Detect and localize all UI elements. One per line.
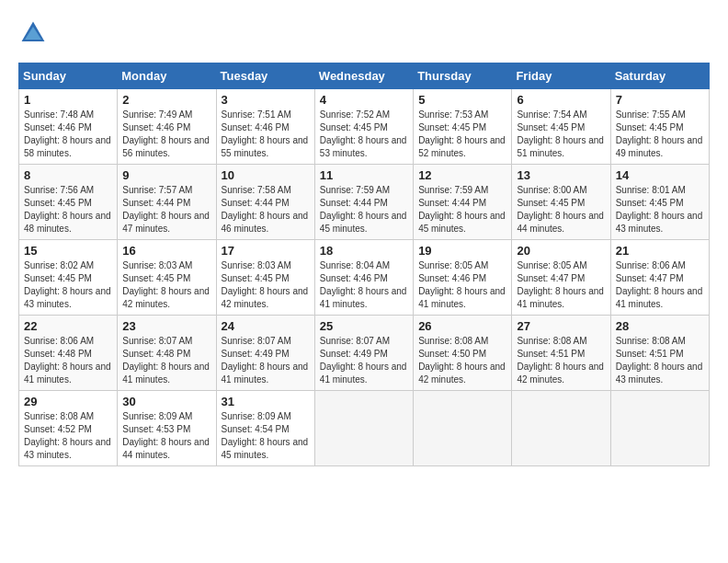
daylight-text: Daylight: 8 hours and 42 minutes. [222,285,310,311]
sunrise-text: Sunrise: 8:01 AM [616,184,704,197]
calendar-day-cell [610,391,709,466]
header-thursday: Thursday [414,63,512,89]
sunrise-text: Sunrise: 8:05 AM [418,259,506,272]
daylight-text: Daylight: 8 hours and 44 minutes. [122,436,210,462]
day-info: Sunrise: 8:09 AMSunset: 4:53 PMDaylight:… [122,410,210,462]
calendar-day-cell: 22Sunrise: 8:06 AMSunset: 4:48 PMDayligh… [19,316,118,391]
daylight-text: Daylight: 8 hours and 48 minutes. [24,210,112,236]
sunrise-text: Sunrise: 7:48 AM [24,109,112,121]
calendar-table: SundayMondayTuesdayWednesdayThursdayFrid… [18,63,710,466]
header-wednesday: Wednesday [314,63,413,89]
sunset-text: Sunset: 4:46 PM [24,121,112,134]
calendar-day-cell: 23Sunrise: 8:07 AMSunset: 4:48 PMDayligh… [118,316,216,391]
day-number: 19 [418,244,506,258]
calendar-header-row: SundayMondayTuesdayWednesdayThursdayFrid… [19,63,710,89]
daylight-text: Daylight: 8 hours and 43 minutes. [616,210,704,236]
daylight-text: Daylight: 8 hours and 45 minutes. [418,210,506,236]
day-number: 7 [616,93,704,107]
logo-icon [18,18,48,48]
sunset-text: Sunset: 4:46 PM [222,121,310,134]
sunset-text: Sunset: 4:48 PM [24,348,112,361]
sunrise-text: Sunrise: 8:08 AM [616,335,704,348]
day-number: 12 [418,168,506,182]
sunset-text: Sunset: 4:46 PM [320,272,408,285]
day-number: 6 [517,93,605,107]
calendar-day-cell: 7Sunrise: 7:55 AMSunset: 4:45 PMDaylight… [610,89,709,165]
daylight-text: Daylight: 8 hours and 41 minutes. [122,361,210,386]
calendar-day-cell: 10Sunrise: 7:58 AMSunset: 4:44 PMDayligh… [216,165,314,240]
sunrise-text: Sunrise: 7:52 AM [320,109,408,121]
daylight-text: Daylight: 8 hours and 53 minutes. [320,134,408,160]
sunrise-text: Sunrise: 8:03 AM [122,259,210,272]
sunset-text: Sunset: 4:52 PM [24,423,112,436]
sunrise-text: Sunrise: 8:07 AM [320,335,408,348]
calendar-day-cell: 9Sunrise: 7:57 AMSunset: 4:44 PMDaylight… [118,165,216,240]
day-number: 25 [320,319,408,333]
daylight-text: Daylight: 8 hours and 41 minutes. [616,285,704,311]
header-friday: Friday [512,63,610,89]
day-number: 2 [122,93,210,107]
day-number: 28 [616,319,704,333]
sunset-text: Sunset: 4:45 PM [24,197,112,210]
calendar-week-row: 22Sunrise: 8:06 AMSunset: 4:48 PMDayligh… [19,316,710,391]
daylight-text: Daylight: 8 hours and 41 minutes. [517,285,605,311]
day-info: Sunrise: 8:01 AMSunset: 4:45 PMDaylight:… [616,184,704,236]
daylight-text: Daylight: 8 hours and 46 minutes. [222,210,310,236]
sunset-text: Sunset: 4:45 PM [517,121,605,134]
day-info: Sunrise: 8:02 AMSunset: 4:45 PMDaylight:… [24,259,112,311]
sunrise-text: Sunrise: 7:57 AM [122,184,210,197]
day-number: 27 [517,319,605,333]
sunrise-text: Sunrise: 8:05 AM [517,259,605,272]
day-info: Sunrise: 7:52 AMSunset: 4:45 PMDaylight:… [320,109,408,160]
day-info: Sunrise: 8:09 AMSunset: 4:54 PMDaylight:… [222,410,310,462]
day-number: 13 [517,168,605,182]
calendar-week-row: 1Sunrise: 7:48 AMSunset: 4:46 PMDaylight… [19,89,710,165]
daylight-text: Daylight: 8 hours and 49 minutes. [616,134,704,160]
calendar-day-cell: 24Sunrise: 8:07 AMSunset: 4:49 PMDayligh… [216,316,314,391]
sunrise-text: Sunrise: 7:53 AM [418,109,506,121]
calendar-day-cell: 12Sunrise: 7:59 AMSunset: 4:44 PMDayligh… [414,165,512,240]
daylight-text: Daylight: 8 hours and 42 minutes. [122,285,210,311]
day-number: 14 [616,168,704,182]
sunrise-text: Sunrise: 8:08 AM [517,335,605,348]
day-number: 31 [222,395,310,408]
sunset-text: Sunset: 4:46 PM [122,121,210,134]
day-info: Sunrise: 7:55 AMSunset: 4:45 PMDaylight:… [616,109,704,160]
sunrise-text: Sunrise: 7:55 AM [616,109,704,121]
sunset-text: Sunset: 4:45 PM [122,272,210,285]
calendar-day-cell [414,391,512,466]
header-saturday: Saturday [610,63,709,89]
calendar-day-cell: 20Sunrise: 8:05 AMSunset: 4:47 PMDayligh… [512,240,610,316]
calendar-day-cell: 8Sunrise: 7:56 AMSunset: 4:45 PMDaylight… [19,165,118,240]
sunrise-text: Sunrise: 7:51 AM [222,109,310,121]
daylight-text: Daylight: 8 hours and 52 minutes. [418,134,506,160]
day-number: 5 [418,93,506,107]
sunrise-text: Sunrise: 8:08 AM [418,335,506,348]
day-number: 4 [320,93,408,107]
sunset-text: Sunset: 4:49 PM [222,348,310,361]
day-info: Sunrise: 8:03 AMSunset: 4:45 PMDaylight:… [122,259,210,311]
day-info: Sunrise: 7:59 AMSunset: 4:44 PMDaylight:… [320,184,408,236]
day-number: 21 [616,244,704,258]
day-number: 11 [320,168,408,182]
daylight-text: Daylight: 8 hours and 41 minutes. [320,285,408,311]
sunset-text: Sunset: 4:54 PM [222,423,310,436]
sunrise-text: Sunrise: 8:09 AM [122,410,210,423]
sunrise-text: Sunrise: 8:09 AM [222,410,310,423]
calendar-day-cell: 5Sunrise: 7:53 AMSunset: 4:45 PMDaylight… [414,89,512,165]
sunset-text: Sunset: 4:45 PM [616,197,704,210]
day-info: Sunrise: 8:08 AMSunset: 4:51 PMDaylight:… [517,335,605,386]
day-number: 23 [122,319,210,333]
daylight-text: Daylight: 8 hours and 41 minutes. [320,361,408,386]
day-info: Sunrise: 7:54 AMSunset: 4:45 PMDaylight:… [517,109,605,160]
sunset-text: Sunset: 4:46 PM [418,272,506,285]
day-number: 26 [418,319,506,333]
calendar-week-row: 15Sunrise: 8:02 AMSunset: 4:45 PMDayligh… [19,240,710,316]
day-number: 20 [517,244,605,258]
daylight-text: Daylight: 8 hours and 51 minutes. [517,134,605,160]
sunset-text: Sunset: 4:44 PM [122,197,210,210]
daylight-text: Daylight: 8 hours and 42 minutes. [418,361,506,386]
sunset-text: Sunset: 4:51 PM [517,348,605,361]
sunrise-text: Sunrise: 8:06 AM [616,259,704,272]
calendar-day-cell: 27Sunrise: 8:08 AMSunset: 4:51 PMDayligh… [512,316,610,391]
